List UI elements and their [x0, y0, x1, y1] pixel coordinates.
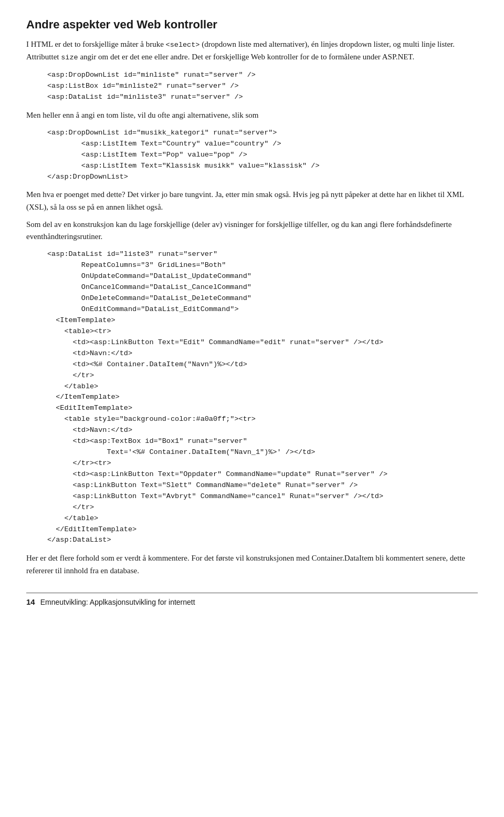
text-paragraph-5: Her er det flere forhold som er verdt å … [26, 552, 478, 577]
footer-chapter: Emneutvikling: Applkasjonsutvikling for … [40, 597, 195, 608]
code-block-1: <asp:DropDownList id="minliste" runat="s… [47, 70, 478, 103]
text-paragraph-4: Som del av en konstruksjon kan du lage f… [26, 219, 478, 243]
text-paragraph-3: Men hva er poenget med dette? Det virker… [26, 189, 478, 213]
page-footer: 14 Emneutvikling: Applkasjonsutvikling f… [26, 593, 478, 608]
page-number: 14 [26, 596, 35, 608]
page-title: Andre aspekter ved Web kontroller [26, 16, 478, 33]
text-paragraph-2: Men heller enn å angi en tom liste, vil … [26, 109, 478, 121]
code-block-2: <asp:DropDownList id="musikk_kategori" r… [47, 128, 478, 183]
code-block-3: <asp:DataList id="liste3" runat="server"… [47, 249, 478, 546]
intro-paragraph: I HTML er det to forskjellige måter å br… [26, 38, 478, 64]
